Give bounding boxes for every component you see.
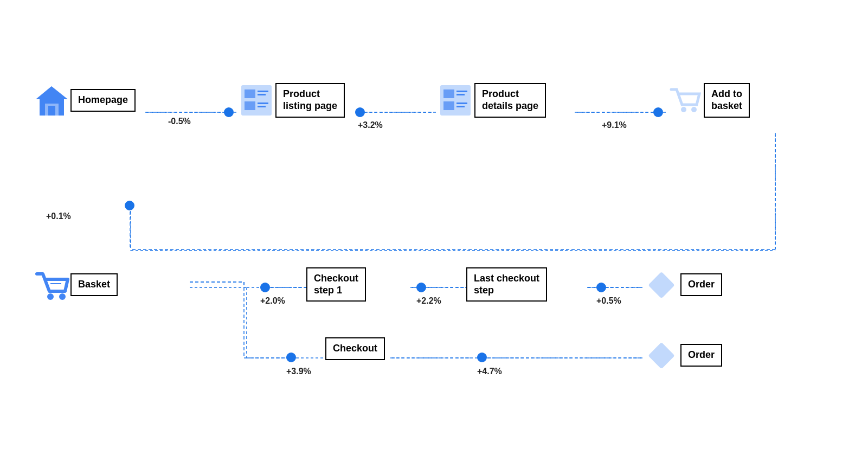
- order2-label: Order: [680, 344, 722, 367]
- svg-rect-38: [648, 271, 674, 298]
- svg-rect-21: [258, 91, 268, 92]
- order1-label: Order: [680, 273, 722, 296]
- svg-rect-22: [258, 94, 266, 95]
- pct-hp-plp: -0.5%: [168, 117, 191, 126]
- order2-node: Order: [642, 336, 722, 374]
- connection-lines: [0, 0, 868, 474]
- dot-basket-checkout: [286, 353, 296, 362]
- diamond-icon-2: [642, 336, 680, 374]
- pct-cs1-lcs: +2.2%: [416, 296, 441, 306]
- pct-basket-checkout: +3.9%: [286, 367, 311, 376]
- svg-rect-23: [245, 101, 255, 110]
- product-listing-node: Productlisting page: [237, 81, 345, 119]
- svg-point-36: [59, 293, 66, 300]
- checkout-label: Checkout: [325, 337, 385, 360]
- basket-label: Basket: [70, 273, 118, 296]
- product-details-node: Productdetails page: [436, 81, 546, 119]
- dot-basket-return: [125, 201, 134, 210]
- pct-pdp-basket: +9.1%: [602, 120, 627, 130]
- svg-point-34: [691, 107, 697, 112]
- svg-rect-24: [258, 103, 268, 104]
- svg-rect-18: [48, 106, 55, 116]
- diagram-container: Homepage -0.5% Productlisting page +3.2%: [0, 0, 868, 474]
- svg-rect-31: [456, 103, 467, 104]
- list-icon-1: [237, 81, 275, 119]
- svg-point-33: [681, 107, 686, 112]
- homepage-node: Homepage: [33, 81, 136, 119]
- checkout-node: Checkout: [325, 337, 385, 360]
- dot-plp-pdp: [355, 107, 365, 117]
- diamond-icon-1: [642, 266, 680, 304]
- svg-rect-29: [456, 94, 465, 95]
- dot-pdp-basket: [653, 107, 663, 117]
- precise-lines: [0, 0, 868, 474]
- product-listing-label: Productlisting page: [275, 83, 345, 117]
- add-to-basket-label: Add tobasket: [704, 83, 750, 117]
- pct-checkout-order2: +4.7%: [477, 367, 502, 376]
- homepage-label: Homepage: [70, 89, 136, 112]
- list-icon-2: [436, 81, 474, 119]
- product-details-label: Productdetails page: [474, 83, 546, 117]
- dot-checkout-order2: [477, 353, 487, 362]
- dot-hp-plp: [224, 107, 234, 117]
- svg-point-35: [47, 293, 54, 300]
- order1-node: Order: [642, 266, 722, 304]
- home-icon: [33, 81, 70, 119]
- add-to-basket-node: Add tobasket: [666, 81, 750, 119]
- svg-rect-28: [456, 91, 467, 92]
- pct-basket-cs1: +2.0%: [260, 296, 285, 306]
- checkout-step1-label: Checkoutstep 1: [306, 267, 366, 302]
- svg-rect-39: [648, 342, 674, 368]
- cart-icon-top: [666, 81, 704, 119]
- svg-rect-27: [443, 89, 454, 98]
- pct-basket-return: +0.1%: [46, 212, 71, 221]
- svg-rect-20: [245, 89, 255, 98]
- svg-rect-32: [456, 106, 465, 107]
- checkout-step1-node: Checkoutstep 1: [306, 267, 366, 302]
- dot-cs1-lcs: [416, 283, 426, 292]
- last-checkout-node: Last checkoutstep: [466, 267, 547, 302]
- svg-rect-30: [443, 101, 454, 110]
- basket-node: Basket: [33, 266, 118, 304]
- dot-basket-cs1: [260, 283, 270, 292]
- pct-plp-pdp: +3.2%: [358, 120, 383, 130]
- dot-lcs-order1: [596, 283, 606, 292]
- cart-icon-basket: [33, 266, 70, 304]
- svg-rect-25: [258, 106, 266, 107]
- pct-lcs-order1: +0.5%: [596, 296, 621, 306]
- last-checkout-label: Last checkoutstep: [466, 267, 547, 302]
